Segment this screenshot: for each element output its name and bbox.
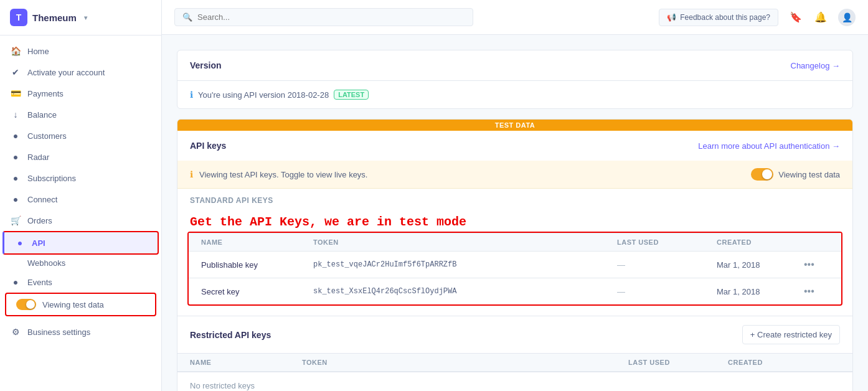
sidebar-item-label: Webhooks <box>27 258 65 268</box>
table-header-row: NAME TOKEN LAST USED CREATED <box>189 233 841 252</box>
sidebar-item-label: Events <box>27 278 52 287</box>
key-last-used-0: — <box>617 260 717 270</box>
key-name-1: Secret key <box>201 287 313 296</box>
main-content: 🔍 📢 Feedback about this page? 🔖 🔔 👤 Vers… <box>162 0 868 391</box>
api-keys-header: API keys Learn more about API authentica… <box>177 131 852 161</box>
content-area: Version Changelog → ℹ You're using API v… <box>162 35 868 391</box>
version-text: You're using API version 2018-02-28 <box>198 90 329 100</box>
standard-keys-table: NAME TOKEN LAST USED CREATED Publishable… <box>187 232 842 306</box>
create-restricted-key-button[interactable]: + Create restricted key <box>742 325 840 344</box>
feedback-button[interactable]: 📢 Feedback about this page? <box>659 9 778 26</box>
annotation-text: Get the API Keys, we are in test mode <box>177 210 852 232</box>
sidebar-item-label: Connect <box>27 195 57 204</box>
th-token: TOKEN <box>313 238 617 246</box>
latest-badge: LATEST <box>334 90 369 100</box>
sidebar-item-label: Payments <box>27 89 64 98</box>
standard-keys-label: Standard API keys <box>177 189 852 210</box>
table-row: Publishable key pk_test_vqeJACr2HuImf5f6… <box>189 252 841 278</box>
app-name: Themeum <box>32 12 77 23</box>
th-actions <box>804 238 829 246</box>
sidebar-item-customers[interactable]: ● Customers <box>0 125 161 146</box>
restricted-table-header: NAME TOKEN LAST USED CREATED <box>177 353 852 372</box>
orders-icon: 🛒 <box>10 215 21 226</box>
sidebar-item-business-settings[interactable]: ⚙ Business settings <box>0 321 161 342</box>
feedback-label: Feedback about this page? <box>680 13 770 22</box>
more-options-button-1[interactable]: ••• <box>804 286 829 297</box>
key-created-0: Mar 1, 2018 <box>717 260 804 270</box>
logo-icon: T <box>10 9 27 26</box>
search-input[interactable] <box>197 12 465 22</box>
radar-icon: ● <box>10 151 21 163</box>
toggle-knob <box>762 169 772 179</box>
sidebar-item-connect[interactable]: ● Connect <box>0 189 161 210</box>
viewing-test-toggle-label: Viewing test data <box>778 170 840 179</box>
th-created: CREATED <box>717 238 804 246</box>
sidebar-item-label: Customers <box>27 131 67 141</box>
app-logo[interactable]: T Themeum ▾ <box>0 0 161 35</box>
sidebar-item-events[interactable]: ● Events <box>0 271 161 293</box>
rth-last-used: LAST USED <box>628 359 728 366</box>
sidebar-item-radar[interactable]: ● Radar <box>0 146 161 167</box>
th-last-used: LAST USED <box>617 238 717 246</box>
rth-token: TOKEN <box>302 359 628 366</box>
customers-icon: ● <box>10 130 21 141</box>
sidebar-item-label: Orders <box>27 216 52 225</box>
sidebar-item-activate[interactable]: ✔ Activate your account <box>0 62 161 83</box>
sidebar: T Themeum ▾ 🏠 Home ✔ Activate your accou… <box>0 0 162 391</box>
no-restricted-keys-message: No restricted keys <box>177 372 852 391</box>
more-options-button-0[interactable]: ••• <box>804 259 829 270</box>
chevron-down-icon: ▾ <box>84 14 87 21</box>
events-icon: ● <box>10 276 21 288</box>
search-box[interactable]: 🔍 <box>174 8 473 26</box>
api-keys-title: API keys <box>190 141 226 151</box>
th-name: NAME <box>201 238 313 246</box>
api-keys-card: TEST DATA API keys Learn more about API … <box>177 119 853 391</box>
sidebar-item-label: API <box>32 238 45 248</box>
sidebar-item-payments[interactable]: 💳 Payments <box>0 83 161 104</box>
sidebar-item-balance[interactable]: ↓ Balance <box>0 104 161 125</box>
notification-bell-icon[interactable]: 🔔 <box>813 10 828 25</box>
sidebar-item-orders[interactable]: 🛒 Orders <box>0 210 161 231</box>
user-avatar[interactable]: 👤 <box>838 9 856 26</box>
sidebar-item-home[interactable]: 🏠 Home <box>0 40 161 62</box>
sidebar-item-label: Home <box>27 47 49 56</box>
toggle-knob <box>26 300 35 309</box>
topbar-right: 📢 Feedback about this page? 🔖 🔔 👤 <box>659 9 856 26</box>
rth-name: NAME <box>190 359 302 366</box>
warning-left: ℹ Viewing test API keys. Toggle to view … <box>190 169 368 179</box>
test-data-banner: TEST DATA <box>177 120 852 131</box>
test-data-toggle[interactable] <box>16 299 36 310</box>
sidebar-item-label: Radar <box>27 153 49 162</box>
test-data-label: Viewing test data <box>42 300 104 309</box>
topbar: 🔍 📢 Feedback about this page? 🔖 🔔 👤 <box>162 0 868 35</box>
sidebar-item-label: Business settings <box>27 327 90 337</box>
test-data-row[interactable]: Viewing test data <box>5 293 156 316</box>
search-icon: 🔍 <box>182 12 192 22</box>
megaphone-icon: 📢 <box>667 13 676 22</box>
key-last-used-1: — <box>617 287 717 296</box>
home-icon: 🏠 <box>10 45 21 57</box>
bookmark-icon[interactable]: 🔖 <box>788 10 803 25</box>
balance-icon: ↓ <box>10 109 21 120</box>
info-icon: ℹ <box>190 90 193 100</box>
credit-card-icon: 💳 <box>10 88 21 99</box>
rth-created: CREATED <box>728 359 815 366</box>
restricted-keys-title: Restricted API keys <box>190 330 271 340</box>
sidebar-item-api[interactable]: ● API <box>2 231 159 255</box>
sidebar-item-subscriptions[interactable]: ● Subscriptions <box>0 167 161 189</box>
key-token-0: pk_test_vqeJACr2HuImf5f6TpARRZfB <box>313 260 617 269</box>
version-title: Version <box>190 60 222 70</box>
check-icon: ✔ <box>10 67 21 78</box>
rth-actions <box>815 359 840 366</box>
settings-icon: ⚙ <box>10 326 21 337</box>
key-token-1: sk_test_XsxElQ4r26qCscSflOydjPWA <box>313 287 617 296</box>
key-name-0: Publishable key <box>201 260 313 270</box>
subscriptions-icon: ● <box>10 172 21 184</box>
api-auth-link[interactable]: Learn more about API authentication → <box>698 141 840 151</box>
sidebar-item-label: Activate your account <box>27 68 105 77</box>
changelog-link[interactable]: Changelog → <box>791 61 841 70</box>
sidebar-item-label: Subscriptions <box>27 174 76 183</box>
sidebar-item-webhooks[interactable]: Webhooks <box>0 255 161 271</box>
warning-icon: ℹ <box>190 169 193 179</box>
viewing-test-toggle[interactable] <box>751 168 773 181</box>
